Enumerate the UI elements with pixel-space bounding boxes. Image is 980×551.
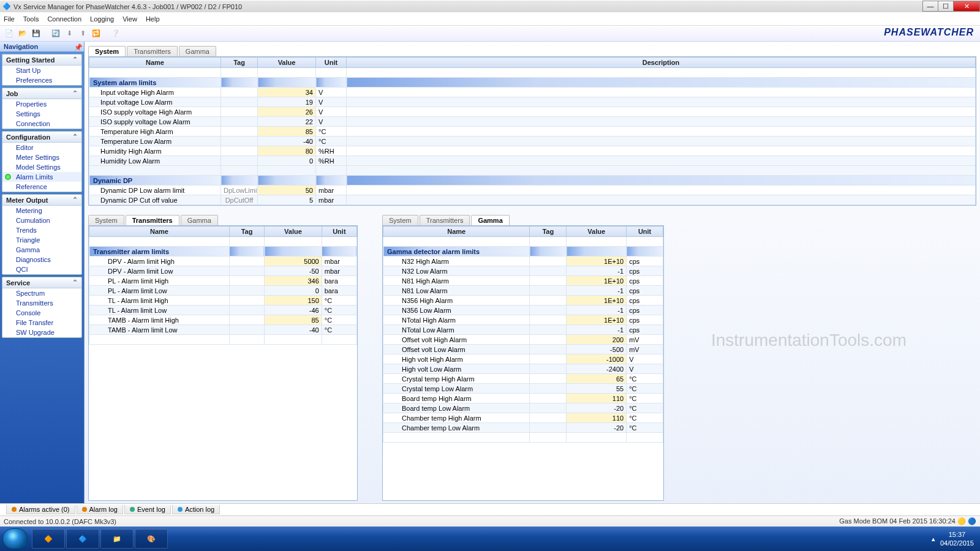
column-header[interactable]: Tag xyxy=(530,227,567,237)
maximize-button[interactable]: ☐ xyxy=(938,1,954,12)
nav-item-meter-settings[interactable]: Meter Settings xyxy=(2,152,81,162)
nav-item-properties[interactable]: Properties xyxy=(2,99,81,109)
nav-item-diagnostics[interactable]: Diagnostics xyxy=(2,255,81,264)
pin-icon[interactable]: 📌 xyxy=(74,43,80,50)
table-row[interactable]: TL - Alarm limit Low-46°C xyxy=(89,305,357,315)
tray-arrow-icon[interactable]: ▴ xyxy=(932,534,935,543)
table-row[interactable]: PL - Alarm limit Low0bara xyxy=(89,286,357,296)
column-header[interactable]: Value xyxy=(265,227,322,237)
column-header[interactable]: Unit xyxy=(627,227,663,237)
task-item[interactable]: 📁 xyxy=(100,529,134,549)
column-header[interactable]: Unit xyxy=(322,227,356,237)
table-row[interactable]: High volt High Alarm-1000V xyxy=(383,354,663,364)
column-header[interactable]: Name xyxy=(89,227,230,237)
collapse-icon[interactable]: ⌃ xyxy=(72,279,78,287)
nav-item-sw-upgrade[interactable]: SW Upgrade xyxy=(2,328,81,337)
nav-panel-header[interactable]: Meter Output⌃ xyxy=(2,195,81,206)
nav-panel-header[interactable]: Configuration⌃ xyxy=(2,132,81,143)
table-row[interactable]: DPV - Alarm limit High5000mbar xyxy=(89,257,357,266)
column-header[interactable]: Unit xyxy=(316,58,347,68)
bottom-tab[interactable]: Alarms active (0) xyxy=(6,505,75,514)
tab-system[interactable]: System xyxy=(88,46,126,56)
table-row[interactable]: Humidity Low Alarm0%RH xyxy=(89,156,976,166)
system-tray[interactable]: ▴ 15:37 04/02/2015 xyxy=(928,530,978,547)
nav-item-console[interactable]: Console xyxy=(2,308,81,318)
table-row[interactable]: N356 Low Alarm-1cps xyxy=(383,305,663,315)
help-icon[interactable]: ❔ xyxy=(110,28,121,39)
refresh-icon[interactable]: 🔄 xyxy=(50,28,61,39)
upload-icon[interactable]: ⬆ xyxy=(77,28,88,39)
table-row[interactable]: ISO supply voltage High Alarm26V xyxy=(89,107,976,117)
sync-icon[interactable]: 🔁 xyxy=(91,28,102,39)
column-header[interactable]: Value xyxy=(258,58,316,68)
tab-transmitters[interactable]: Transmitters xyxy=(420,215,470,225)
table-row[interactable]: Offset volt Low Alarm-500mV xyxy=(383,345,663,354)
table-row[interactable]: Temperature High Alarm85°C xyxy=(89,127,976,137)
column-header[interactable]: Tag xyxy=(221,58,258,68)
table-row[interactable]: Crystal temp High Alarm65°C xyxy=(383,374,663,384)
menu-connection[interactable]: Connection xyxy=(47,15,81,23)
menu-file[interactable]: File xyxy=(4,15,15,23)
close-button[interactable]: ✕ xyxy=(953,1,980,12)
nav-item-qci[interactable]: QCI xyxy=(2,264,81,274)
table-row[interactable]: Chamber temp Low Alarm-20°C xyxy=(383,423,663,433)
column-header[interactable]: Description xyxy=(347,58,976,68)
task-item[interactable]: 🎨 xyxy=(135,529,168,549)
tab-system[interactable]: System xyxy=(88,215,124,225)
tab-system[interactable]: System xyxy=(382,215,418,225)
table-row[interactable]: DPV - Alarm limit Low-50mbar xyxy=(89,266,357,276)
menu-logging[interactable]: Logging xyxy=(90,15,114,23)
menu-help[interactable]: Help xyxy=(146,15,160,23)
nav-item-reference[interactable]: Reference xyxy=(2,182,81,192)
nav-item-metering[interactable]: Metering xyxy=(2,206,81,216)
column-header[interactable]: Name xyxy=(383,227,530,237)
nav-item-trends[interactable]: Trends xyxy=(2,225,81,235)
column-header[interactable]: Tag xyxy=(229,227,264,237)
table-row[interactable]: Humidity High Alarm80%RH xyxy=(89,146,976,156)
table-row[interactable]: TAMB - Alarm limit High85°C xyxy=(89,315,357,325)
table-row[interactable]: N81 Low Alarm-1cps xyxy=(383,286,663,296)
column-header[interactable]: Value xyxy=(567,227,627,237)
nav-panel-header[interactable]: Job⌃ xyxy=(2,88,81,99)
nav-item-settings[interactable]: Settings xyxy=(2,109,81,119)
table-row[interactable]: Crystal temp Low Alarm55°C xyxy=(383,384,663,394)
table-row[interactable]: Dynamic DP Cut off valueDpCutOff5mbar xyxy=(89,195,976,205)
table-row[interactable]: Input voltage High Alarm34V xyxy=(89,88,976,97)
save-icon[interactable]: 💾 xyxy=(31,28,42,39)
table-row[interactable]: N32 Low Alarm-1cps xyxy=(383,266,663,276)
menu-view[interactable]: View xyxy=(123,15,137,23)
start-button[interactable] xyxy=(2,528,28,549)
table-row[interactable]: PL - Alarm limit High346bara xyxy=(89,276,357,286)
collapse-icon[interactable]: ⌃ xyxy=(72,89,78,97)
table-row[interactable]: N32 High Alarm1E+10cps xyxy=(383,257,663,266)
tab-gamma[interactable]: Gamma xyxy=(179,46,216,56)
tab-transmitters[interactable]: Transmitters xyxy=(127,46,178,56)
nav-item-file-transfer[interactable]: File Transfer xyxy=(2,318,81,328)
table-row[interactable]: Input voltage Low Alarm19V xyxy=(89,97,976,107)
nav-item-triangle[interactable]: Triangle xyxy=(2,235,81,245)
collapse-icon[interactable]: ⌃ xyxy=(72,196,78,204)
table-row[interactable]: Temperature Low Alarm-40°C xyxy=(89,137,976,146)
nav-item-spectrum[interactable]: Spectrum xyxy=(2,288,81,298)
menu-tools[interactable]: Tools xyxy=(23,15,39,23)
table-row[interactable]: Board temp Low Alarm-20°C xyxy=(383,403,663,413)
tab-transmitters[interactable]: Transmitters xyxy=(126,215,179,225)
table-row[interactable]: NTotal Low Alarm-1cps xyxy=(383,325,663,335)
table-row[interactable]: TL - Alarm limit High150°C xyxy=(89,296,357,305)
table-row[interactable]: ISO supply voltage Low Alarm22V xyxy=(89,117,976,127)
new-icon[interactable]: 📄 xyxy=(4,28,15,39)
nav-item-alarm-limits[interactable]: Alarm Limits xyxy=(2,172,81,182)
nav-item-model-settings[interactable]: Model Settings xyxy=(2,162,81,172)
nav-item-transmitters[interactable]: Transmitters xyxy=(2,298,81,308)
table-row[interactable]: Dynamic DP Low alarm limitDpLowLimit50mb… xyxy=(89,186,976,195)
bottom-tab[interactable]: Alarm log xyxy=(77,505,123,514)
table-row[interactable]: TAMB - Alarm limit Low-40°C xyxy=(89,325,357,335)
collapse-icon[interactable]: ⌃ xyxy=(72,56,78,64)
nav-panel-header[interactable]: Service⌃ xyxy=(2,277,81,288)
nav-panel-header[interactable]: Getting Started⌃ xyxy=(2,54,81,66)
tab-gamma[interactable]: Gamma xyxy=(471,215,509,225)
download-icon[interactable]: ⬇ xyxy=(64,28,75,39)
nav-item-cumulation[interactable]: Cumulation xyxy=(2,216,81,225)
bottom-tab[interactable]: Action log xyxy=(172,505,220,514)
minimize-button[interactable]: — xyxy=(922,1,938,12)
